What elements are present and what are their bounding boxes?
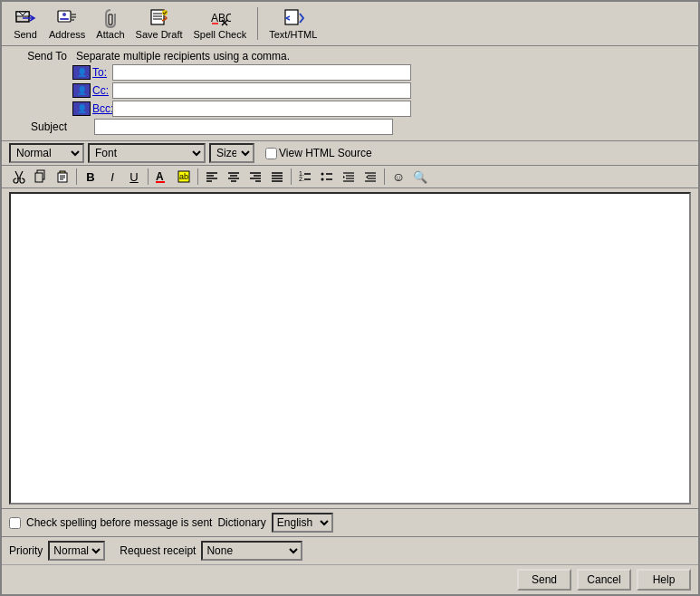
to-icon: 👤 [72,65,91,80]
address-icon [56,7,78,29]
highlight-button[interactable]: ab [174,168,194,186]
to-row: 👤 To: [9,64,691,81]
search-button[interactable]: 🔍 [410,168,430,186]
format-toolbar: Normal Heading 1 Heading 2 Font Arial Ti… [2,140,698,166]
spell-check-label: Spell Check [194,29,247,40]
svg-point-41 [321,173,324,176]
send-to-hint: Separate multiple recipients using a com… [76,50,290,62]
save-draft-icon [149,7,170,29]
attach-toolbar-button[interactable]: Attach [92,5,128,42]
spell-check-icon: ABC [209,7,231,29]
to-link[interactable]: To: [92,66,110,79]
spell-check-checkbox[interactable] [9,517,21,529]
help-button[interactable]: Help [637,569,691,591]
italic-icon: I [110,170,114,184]
underline-icon: U [129,170,138,184]
underline-button[interactable]: U [124,168,144,186]
bold-button[interactable]: B [81,168,101,186]
dictionary-label: Dictionary [217,516,265,529]
style-select[interactable]: Normal Heading 1 Heading 2 [9,143,84,163]
cut-button[interactable] [9,168,29,186]
svg-text:2.: 2. [299,176,304,182]
paste-button[interactable] [53,168,72,186]
ul-button[interactable] [317,168,337,186]
cc-link[interactable]: Cc: [92,84,110,97]
svg-rect-4 [60,18,69,20]
address-toolbar-button[interactable]: Address [45,5,89,42]
address-label: Address [49,29,85,40]
send-button[interactable]: Send [517,569,571,591]
search-icon: 🔍 [413,170,427,184]
text-html-icon [283,7,304,29]
spell-check-toolbar-button[interactable]: ABC Spell Check [190,5,251,42]
action-bar: Send Cancel Help [2,564,698,594]
subject-row: Subject [9,119,691,135]
svg-text:ab: ab [179,172,188,181]
compose-window: Send Address Attach Save Draft ABC Spell… [0,0,700,596]
cc-input[interactable] [112,82,411,99]
header-section: Send To Separate multiple recipients usi… [2,46,698,140]
align-center-button[interactable] [224,168,244,186]
text-color-button[interactable]: A [152,168,172,186]
attach-label: Attach [96,29,124,40]
send-toolbar-button[interactable]: Send [9,5,42,42]
dictionary-select[interactable]: English Spanish French German [272,513,333,533]
bcc-link[interactable]: Bcc: [92,102,110,115]
svg-rect-11 [35,173,43,182]
subject-input[interactable] [94,119,393,135]
bcc-icon: 👤 [72,101,91,116]
smiley-button[interactable]: ☺ [388,168,408,186]
send-to-label: Send To [9,50,72,62]
svg-rect-18 [156,181,165,183]
main-toolbar: Send Address Attach Save Draft ABC Spell… [2,2,698,46]
smiley-icon: ☺ [392,169,405,184]
text-html-label: Text/HTML [269,29,317,40]
to-input[interactable] [112,64,411,81]
priority-label: Priority [9,544,43,557]
view-html-text: View HTML Source [279,147,372,159]
copy-button[interactable] [31,168,51,186]
edit-sep-4 [291,168,292,185]
receipt-select[interactable]: None Return Receipt Delivery Receipt [201,541,302,561]
edit-sep-5 [384,168,385,185]
priority-select[interactable]: Normal High Low [48,541,105,561]
bcc-row: 👤 Bcc: [9,101,691,117]
send-to-row: Send To Separate multiple recipients usi… [9,50,691,62]
size-select[interactable]: Size 8 10 12 [209,143,254,163]
toolbar-separator [257,7,258,40]
priority-bar: Priority Normal High Low Request receipt… [2,536,698,564]
svg-rect-5 [151,10,164,24]
svg-point-3 [62,13,66,16]
view-html-label[interactable]: View HTML Source [265,147,372,159]
outdent-button[interactable] [360,168,380,186]
receipt-label: Request receipt [120,544,196,557]
message-body[interactable] [9,192,691,505]
edit-sep-1 [76,168,77,185]
svg-point-43 [321,178,324,181]
bold-icon: B [86,170,94,184]
font-select[interactable]: Font Arial Times New Roman [88,143,206,163]
send-icon [14,7,36,29]
cc-icon: 👤 [72,83,91,98]
view-html-checkbox[interactable] [265,148,277,159]
bcc-input[interactable] [112,101,411,117]
cancel-button[interactable]: Cancel [577,569,631,591]
align-left-button[interactable] [202,168,222,186]
justify-button[interactable] [267,168,287,186]
save-draft-label: Save Draft [136,29,183,40]
cc-row: 👤 Cc: [9,82,691,99]
attach-icon [100,7,121,29]
indent-button[interactable] [339,168,359,186]
italic-button[interactable]: I [102,168,122,186]
save-draft-toolbar-button[interactable]: Save Draft [132,5,187,42]
svg-text:ABC: ABC [211,12,231,24]
align-right-button[interactable] [245,168,265,186]
edit-sep-2 [148,168,149,185]
svg-text:A: A [156,170,164,183]
text-html-toolbar-button[interactable]: Text/HTML [265,5,321,42]
spell-check-label: Check spelling before message is sent [26,516,212,529]
edit-toolbar: B I U A ab 1.2. [2,166,698,188]
edit-sep-3 [197,168,198,185]
ol-button[interactable]: 1.2. [295,168,315,186]
spell-bar: Check spelling before message is sent Di… [2,508,698,536]
